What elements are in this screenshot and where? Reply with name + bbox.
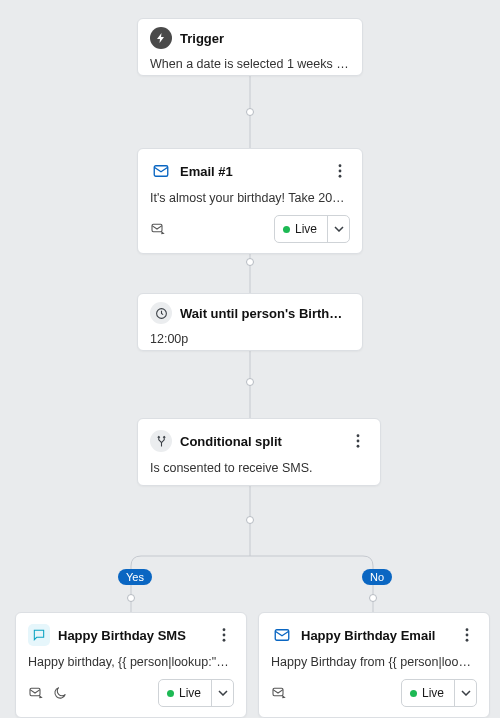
node-description: 12:00p <box>150 332 350 346</box>
svg-point-3 <box>339 164 342 167</box>
smart-send-icon <box>28 685 44 701</box>
split-icon <box>150 430 172 452</box>
smart-send-icon <box>271 685 287 701</box>
chevron-down-icon <box>211 680 233 706</box>
waypoint <box>127 594 135 602</box>
status-dot-icon <box>167 690 174 697</box>
svg-point-9 <box>357 440 360 443</box>
status-label: Live <box>179 686 201 700</box>
node-title: Happy Birthday SMS <box>58 628 206 643</box>
svg-point-5 <box>339 175 342 178</box>
node-description: When a date is selected 1 weeks before p… <box>150 57 350 71</box>
node-menu-button[interactable] <box>330 159 350 183</box>
branch-label-no: No <box>362 569 392 585</box>
status-dropdown[interactable]: Live <box>274 215 350 243</box>
node-title: Wait until person's Birthday <box>180 306 350 321</box>
svg-point-18 <box>466 639 469 642</box>
node-menu-button[interactable] <box>348 429 368 453</box>
branch-label-yes: Yes <box>118 569 152 585</box>
workflow-canvas[interactable]: Trigger When a date is selected 1 weeks … <box>0 0 500 718</box>
node-happy-birthday-email[interactable]: Happy Birthday Email Happy Birthday from… <box>258 612 490 718</box>
chevron-down-icon <box>327 216 349 242</box>
status-dot-icon <box>283 226 290 233</box>
node-trigger[interactable]: Trigger When a date is selected 1 weeks … <box>137 18 363 76</box>
node-description: Is consented to receive SMS. <box>150 461 368 475</box>
sms-icon <box>28 624 50 646</box>
svg-rect-14 <box>30 688 40 695</box>
status-label: Live <box>295 222 317 236</box>
svg-point-13 <box>223 639 226 642</box>
node-title: Trigger <box>180 31 350 46</box>
svg-point-12 <box>223 634 226 637</box>
node-email-1[interactable]: Email #1 It's almost your birthday! Take… <box>137 148 363 254</box>
node-description: It's almost your birthday! Take 20% on u… <box>150 191 350 205</box>
node-title: Email #1 <box>180 164 322 179</box>
node-title: Happy Birthday Email <box>301 628 449 643</box>
status-dropdown[interactable]: Live <box>401 679 477 707</box>
waypoint <box>369 594 377 602</box>
node-menu-button[interactable] <box>457 623 477 647</box>
node-happy-birthday-sms[interactable]: Happy Birthday SMS Happy birthday, {{ pe… <box>15 612 247 718</box>
status-dropdown[interactable]: Live <box>158 679 234 707</box>
waypoint <box>246 258 254 266</box>
email-icon <box>271 624 293 646</box>
waypoint <box>246 516 254 524</box>
quiet-hours-icon <box>52 685 68 701</box>
trigger-icon <box>150 27 172 49</box>
svg-point-16 <box>466 628 469 631</box>
node-wait[interactable]: Wait until person's Birthday 12:00p <box>137 293 363 351</box>
svg-rect-19 <box>273 688 283 695</box>
waypoint <box>246 108 254 116</box>
node-description: Happy Birthday from {{ person|lookup:"Fi… <box>271 655 477 669</box>
svg-point-8 <box>357 434 360 437</box>
node-menu-button[interactable] <box>214 623 234 647</box>
waypoint <box>246 378 254 386</box>
svg-point-4 <box>339 170 342 173</box>
svg-rect-6 <box>152 224 162 231</box>
status-label: Live <box>422 686 444 700</box>
email-icon <box>150 160 172 182</box>
status-dot-icon <box>410 690 417 697</box>
node-description: Happy birthday, {{ person|lookup:"First … <box>28 655 234 669</box>
clock-icon <box>150 302 172 324</box>
node-conditional-split[interactable]: Conditional split Is consented to receiv… <box>137 418 381 486</box>
node-title: Conditional split <box>180 434 340 449</box>
chevron-down-icon <box>454 680 476 706</box>
svg-point-11 <box>223 628 226 631</box>
smart-send-icon <box>150 221 166 237</box>
svg-point-17 <box>466 634 469 637</box>
svg-point-10 <box>357 445 360 448</box>
